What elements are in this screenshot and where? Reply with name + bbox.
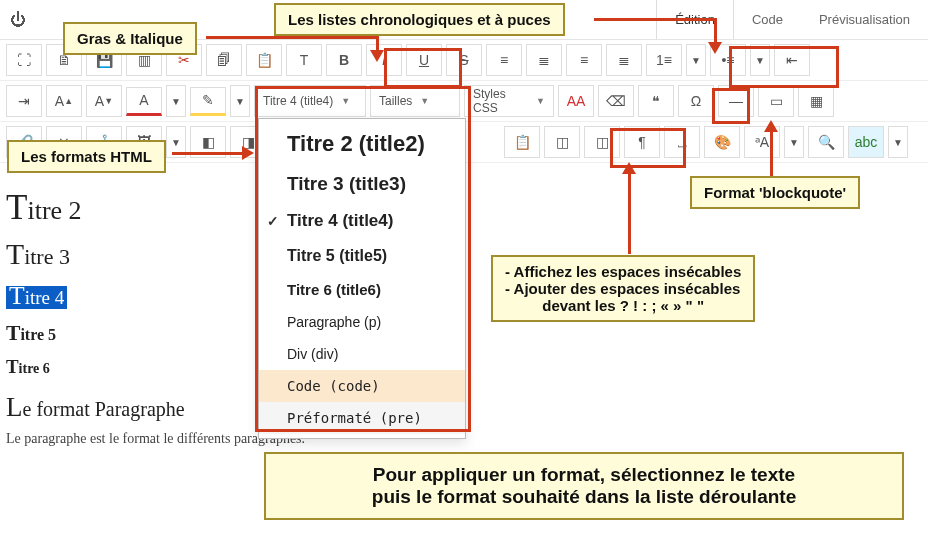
bold-button[interactable]: B [326,44,362,76]
dropdown-paragraph[interactable]: Paragraphe (p) [259,306,465,338]
letter: A [55,93,64,109]
table-icon[interactable]: ▦ [798,85,834,117]
nbsp-line1: - Affichez les espaces insécables [505,263,741,280]
instr-line1: Pour appliquer un format, sélectionnez l… [282,464,886,486]
strike-button[interactable]: S [446,44,482,76]
search-icon[interactable]: 🔍 [808,126,844,158]
dropdown-div[interactable]: Div (div) [259,338,465,370]
spellcheck-caret[interactable]: ▼ [888,126,908,158]
styles-select[interactable]: Styles CSS▼ [464,85,554,117]
fullscreen-icon[interactable]: ⛶ [6,44,42,76]
size-select[interactable]: Tailles▼ [370,85,460,117]
format-select-value: Titre 4 (title4) [263,94,333,108]
pilcrow-icon[interactable]: ¶ [624,126,660,158]
dropdown-title3[interactable]: Titre 3 (title3) [259,165,465,203]
hr-icon[interactable]: ▭ [758,85,794,117]
align-justify-icon[interactable]: ≣ [606,44,642,76]
callout-blockquote: Format 'blockquote' [690,176,860,209]
selected-heading: Titre 4 [6,286,67,309]
callout-html-formats: Les formats HTML [7,140,166,173]
eraser-icon[interactable]: ⌫ [598,85,634,117]
paste-icon[interactable]: 📋 [246,44,282,76]
tab-preview[interactable]: Prévisualisation [801,0,928,39]
nbsp-line2: - Ajouter des espaces insécables [505,280,741,297]
blockquote-icon[interactable]: ❝ [638,85,674,117]
italic-button[interactable]: I [366,44,402,76]
font-smaller-icon[interactable]: A▼ [86,85,122,117]
format-select[interactable]: Titre 4 (title4)▼ [254,85,366,117]
callout-bold-italic: Gras & Italique [63,22,197,55]
indent-icon[interactable]: ⇥ [6,85,42,117]
mode-tabs: Édition Code Prévisualisation [656,0,928,39]
highlight-icon[interactable]: ✎ [190,87,226,116]
capitalize-icon[interactable]: AA [558,85,594,117]
paste-text-icon[interactable]: T [286,44,322,76]
dropdown-title6[interactable]: Titre 6 (title6) [259,273,465,306]
ordered-list-icon[interactable]: 1≡ [646,44,682,76]
divider-icon[interactable]: — [718,85,754,117]
copy-icon[interactable]: 🗐 [206,44,242,76]
dropdown-title2[interactable]: Titre 2 (title2) [259,123,465,165]
special-char-icon[interactable]: Ω [678,85,714,117]
size-select-value: Tailles [379,94,412,108]
toolbar-row-2: ⇥ A▲ A▼ A ▼ ✎ ▼ Titre 4 (title4)▼ Taille… [0,81,928,122]
format-dropdown[interactable]: Titre 2 (title2) Titre 3 (title3) Titre … [258,118,466,439]
unordered-list-icon[interactable]: •≡ [710,44,746,76]
font-larger-icon[interactable]: A▲ [46,85,82,117]
image-caret[interactable]: ▼ [166,126,186,158]
align-center-icon[interactable]: ≣ [526,44,562,76]
dropdown-code[interactable]: Code (code) [259,370,465,402]
image-left-icon[interactable]: ◧ [190,126,226,158]
dropdown-title5[interactable]: Titre 5 (title5) [259,239,465,273]
align-right-icon[interactable]: ≡ [566,44,602,76]
callout-nbsp: - Affichez les espaces insécables - Ajou… [491,255,755,322]
unordered-list-caret[interactable]: ▼ [750,44,770,76]
instruction-box: Pour appliquer un format, sélectionnez l… [264,452,904,520]
letter: A [95,93,104,109]
tab-edition[interactable]: Édition [656,0,734,39]
align-left-icon[interactable]: ≡ [486,44,522,76]
module2-icon[interactable]: ◫ [584,126,620,158]
dropdown-pre[interactable]: Préformaté (pre) [259,402,465,434]
underline-button[interactable]: U [406,44,442,76]
nbsp-line3: devant les ? ! : ; « » " " [505,297,741,314]
dropdown-title4[interactable]: Titre 4 (title4) [259,203,465,239]
palette-icon[interactable]: 🎨 [704,126,740,158]
power-button[interactable]: ⏻ [0,0,36,39]
tab-code[interactable]: Code [734,0,801,39]
callout-lists: Les listes chronologiques et à puces [274,3,565,36]
text-color-icon[interactable]: A [126,87,162,116]
instr-line2: puis le format souhaité dans la liste dé… [282,486,886,508]
nbsp-icon[interactable]: ⎵ [664,126,700,158]
ordered-list-caret[interactable]: ▼ [686,44,706,76]
styles-select-value: Styles CSS [473,87,528,115]
case-icon[interactable]: ᵃA [744,126,780,158]
letter: A [139,92,148,108]
case-caret[interactable]: ▼ [784,126,804,158]
highlight-caret[interactable]: ▼ [230,85,250,117]
clipboard-check-icon[interactable]: 📋 [504,126,540,158]
outdent-icon[interactable]: ⇤ [774,44,810,76]
spellcheck-icon[interactable]: abc [848,126,884,158]
module-icon[interactable]: ◫ [544,126,580,158]
text-color-caret[interactable]: ▼ [166,85,186,117]
